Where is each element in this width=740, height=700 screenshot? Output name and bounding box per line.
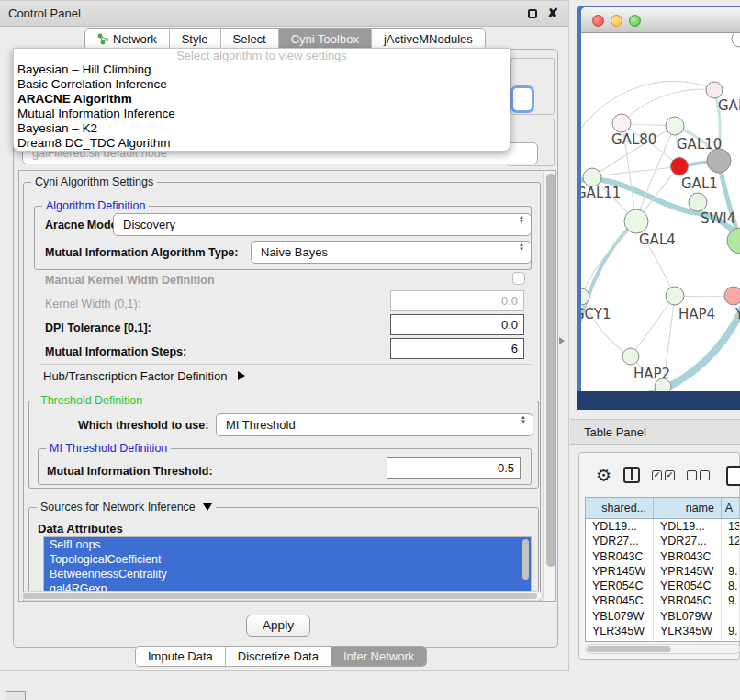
column-header[interactable]: name [654, 498, 722, 518]
attribute-item-selected[interactable]: TopologicalCoefficient [44, 552, 531, 567]
node-label: GCY1 [581, 306, 611, 322]
table-horizontal-scrollbar[interactable] [585, 644, 740, 654]
float-window-icon[interactable] [528, 9, 537, 18]
table-row[interactable]: YBR045CYBR045C9. [586, 593, 740, 608]
network-node[interactable] [689, 193, 707, 211]
columns-icon[interactable] [623, 467, 640, 483]
tab-discretize-data[interactable]: Discretize Data [226, 647, 331, 666]
which-threshold-select[interactable]: MI Threshold ▲▼ [216, 413, 533, 436]
algorithm-option[interactable]: Basic Correlation Inference [14, 77, 510, 92]
zoom-traffic-light-icon[interactable] [629, 15, 641, 27]
network-window-titlebar[interactable] [581, 7, 740, 33]
tab-select[interactable]: Select [221, 29, 279, 49]
column-header[interactable]: shared... [586, 498, 654, 518]
column-header[interactable]: A [722, 498, 740, 518]
manual-kernel-label: Manual Kernel Width Definition [45, 274, 215, 287]
hub-section-toggle[interactable]: Hub/Transcription Factor Definition [43, 369, 245, 383]
tab-style[interactable]: Style [170, 29, 221, 49]
tab-cyni-toolbox[interactable]: Cyni Toolbox [279, 29, 372, 49]
collapsed-arrow-icon [238, 371, 245, 380]
network-view-window: GAL2GAL80GAL10GAL1GAL11SWI4GAL4GCY1HAP4Y… [577, 6, 740, 410]
table-cell: 8. [722, 579, 740, 593]
algorithm-option[interactable]: Dream8 DC_TDC Algorithm [14, 136, 510, 151]
cyni-settings-scrollpane: Cyni Algorithm Settings Algorithm Defini… [18, 170, 556, 602]
splitter-grip-icon[interactable] [559, 337, 565, 344]
document-icon[interactable] [726, 466, 740, 486]
expanded-arrow-icon [203, 503, 212, 511]
group-title: Algorithm Definition [42, 199, 149, 212]
close-icon[interactable]: ✘ [547, 6, 558, 20]
table-row[interactable]: YDR27...YDR27...12 [586, 534, 740, 548]
stepper-arrows-icon: ▲▼ [519, 215, 524, 224]
table-row[interactable]: YER054CYER054C8. [586, 579, 740, 593]
table-row[interactable]: YBL079WYBL079W [586, 609, 740, 624]
table-cell: YPR145W [586, 564, 654, 579]
algorithm-option[interactable]: ARACNE Algorithm [14, 92, 510, 107]
table-cell [722, 609, 740, 624]
attribute-item-selected[interactable]: BetweennessCentrality [44, 567, 531, 581]
table-row[interactable]: YPR145WYPR145W9. [586, 564, 740, 579]
algorithm-option[interactable]: Bayesian – Hill Climbing [14, 62, 510, 77]
table-cell: YER054C [586, 579, 654, 593]
tab-infer-network[interactable]: Infer Network [331, 647, 426, 666]
table-row[interactable]: YIL052CYIL052C9. [586, 638, 740, 642]
table-row[interactable]: YLR345WYLR345W9. [586, 624, 740, 638]
deselect-all-icon[interactable] [687, 470, 710, 480]
gear-icon[interactable]: ⚙ [596, 467, 611, 484]
node-label: HAP4 [678, 306, 715, 322]
network-node[interactable] [706, 82, 723, 98]
network-node[interactable] [624, 209, 648, 233]
mi-type-select[interactable]: Naive Bayes ▲▼ [251, 241, 532, 264]
sources-legend[interactable]: Sources for Network Inference [37, 501, 216, 514]
control-panel: Control Panel ✘ NetworkStyleSelectCyni T… [0, 0, 569, 671]
table-toolbar: ⚙ ✓✓ [579, 458, 740, 491]
attribute-item-selected[interactable]: SelfLoops [44, 537, 531, 552]
mi-steps-input[interactable]: 6 [390, 338, 524, 359]
control-panel-tabbar: NetworkStyleSelectCyni ToolboxjActiveMNo… [84, 28, 486, 50]
tab-network[interactable]: Network [85, 29, 170, 49]
dpi-tolerance-input[interactable]: 0.0 [390, 314, 524, 335]
list-scrollbar[interactable] [522, 539, 529, 580]
table-cell: YIL052C [586, 638, 654, 642]
network-node[interactable] [583, 168, 601, 186]
tab-impute-data[interactable]: Impute Data [136, 647, 226, 666]
aracne-mode-select[interactable]: Discovery ▲▼ [113, 213, 532, 236]
divider [39, 364, 532, 365]
focused-combo-fragment[interactable] [510, 85, 534, 113]
network-canvas[interactable]: GAL2GAL80GAL10GAL1GAL11SWI4GAL4GCY1HAP4Y… [581, 33, 740, 391]
table-row[interactable]: YDL19...YDL19...13 [586, 519, 740, 534]
network-node[interactable] [622, 348, 639, 365]
minimized-panel-icon[interactable] [6, 691, 26, 700]
kernel-width-label: Kernel Width (0,1): [45, 298, 140, 310]
close-traffic-light-icon[interactable] [592, 15, 604, 27]
group-title: MI Threshold Definition [46, 442, 171, 455]
table-row[interactable]: YBR043CYBR043C [586, 549, 740, 564]
algorithm-option[interactable]: Mutual Information Inference [14, 107, 510, 121]
tab-label: Infer Network [343, 647, 414, 666]
select-all-icon[interactable]: ✓✓ [652, 470, 675, 480]
vertical-scrollbar[interactable] [543, 171, 556, 601]
network-node[interactable] [727, 228, 740, 254]
mi-threshold-input[interactable]: 0.5 [387, 457, 521, 479]
tab-jactivemnodules[interactable]: jActiveMNodules [372, 29, 485, 49]
node-label: GAL80 [611, 131, 656, 148]
stepper-arrows-icon: ▲▼ [519, 243, 524, 252]
node-label: GAL4 [639, 231, 676, 248]
network-node[interactable] [666, 117, 684, 135]
data-attributes-list[interactable]: SelfLoopsTopologicalCoefficientBetweenne… [43, 536, 532, 593]
network-node[interactable] [612, 114, 631, 132]
network-node[interactable] [666, 287, 684, 305]
algorithm-option[interactable]: Bayesian – K2 [14, 121, 510, 136]
minimize-traffic-light-icon[interactable] [611, 15, 622, 27]
network-node[interactable] [732, 33, 740, 47]
network-node[interactable] [671, 158, 689, 175]
manual-kernel-checkbox[interactable] [512, 272, 525, 285]
tab-label: Cyni Toolbox [291, 29, 359, 49]
horizontal-scrollbar[interactable] [21, 591, 543, 601]
network-node[interactable] [724, 287, 740, 305]
apply-button[interactable]: Apply [246, 615, 310, 637]
table-cell [722, 549, 740, 564]
tab-label: Impute Data [148, 647, 213, 666]
kernel-width-input[interactable]: 0.0 [390, 290, 524, 311]
data-attributes-label: Data Attributes [38, 522, 123, 536]
